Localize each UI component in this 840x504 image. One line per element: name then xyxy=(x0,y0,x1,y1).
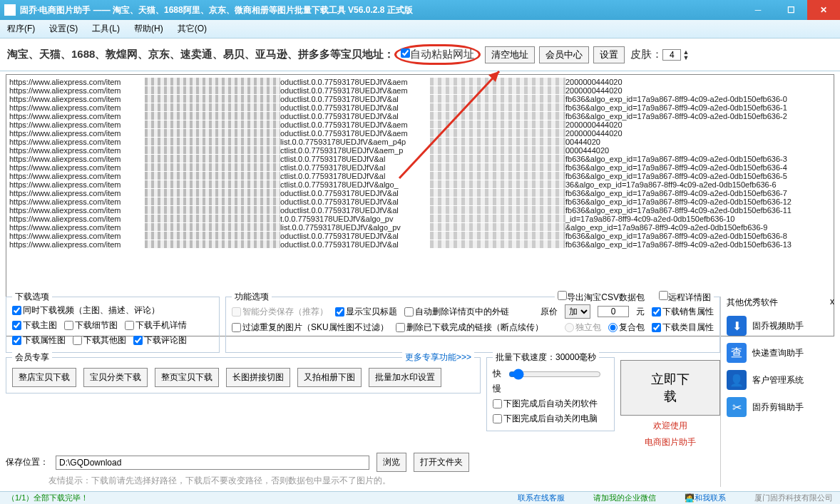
more-vip-link[interactable]: 更多专享功能>>> xyxy=(402,351,474,364)
btn-upyun[interactable]: 又拍相册下图 xyxy=(297,368,362,387)
skin-spinner[interactable]: ▲▼ xyxy=(682,49,689,61)
cb-delbroken[interactable]: 删除已下载完成的链接（断点续传） xyxy=(396,322,543,334)
other-soft-title: 其他优秀软件 xyxy=(727,297,778,309)
cb-comment[interactable]: 下载评论图 xyxy=(133,334,187,346)
clear-address-button[interactable]: 清空地址 xyxy=(485,46,535,63)
menu-settings[interactable]: 设置(S) xyxy=(49,23,78,35)
rb-multi[interactable]: 复合包 xyxy=(608,322,645,334)
speed-label: 批量下载速度：30000毫秒 xyxy=(493,351,599,364)
price-op-select[interactable]: 加 xyxy=(565,304,590,319)
fn-options-title: 功能选项 xyxy=(232,291,272,303)
status-company: 厦门固乔科技有限公司 xyxy=(754,493,833,503)
save-path-input[interactable] xyxy=(56,456,369,470)
cb-cat[interactable]: 下载类目属性 xyxy=(652,322,714,334)
btn-long-image[interactable]: 长图拼接切图 xyxy=(226,368,290,387)
cb-other[interactable]: 下载其他图 xyxy=(73,334,126,346)
cb-autoshut[interactable]: 下图完成后自动关闭电脑 xyxy=(493,413,598,425)
btn-watermark[interactable]: 批量加水印设置 xyxy=(369,368,441,387)
welcome-text: 欢迎使用 xyxy=(653,420,687,432)
download-now-button[interactable]: 立即下载 xyxy=(620,360,720,416)
btn-whole-page[interactable]: 整页宝贝下载 xyxy=(155,368,219,387)
cb-autoclose[interactable]: 下图完成后自动关闭软件 xyxy=(493,398,598,410)
cb-attr[interactable]: 下载属性图 xyxy=(12,334,66,346)
cb-autodel[interactable]: 自动删除详情页中的外链 xyxy=(404,306,509,318)
tip-text: 友情提示：下载前请先选择好路径，下载后不要改变路径，否则数据包中显示不了图片的。 xyxy=(48,475,720,487)
cb-sale[interactable]: 下载销售属性 xyxy=(652,306,714,318)
cb-main[interactable]: 下载主图 xyxy=(12,319,57,331)
minimize-button[interactable]: ─ xyxy=(742,0,774,20)
dl-options-title: 下载选项 xyxy=(12,291,52,303)
scissors-icon: ✂ xyxy=(727,397,747,417)
vip-title: 会员专享 xyxy=(12,351,52,364)
rb-single[interactable]: 独立包 xyxy=(565,322,601,334)
download-icon: ⬇ xyxy=(727,316,747,336)
customer-icon: 👤 xyxy=(727,370,747,390)
open-folder-button[interactable]: 打开文件夹 xyxy=(414,453,469,472)
skin-label: 皮肤： xyxy=(630,48,662,61)
cb-csv[interactable]: 导出淘宝CSV数据包 xyxy=(558,291,645,304)
status-cs-link[interactable]: 联系在线客服 xyxy=(518,493,565,503)
cb-filter[interactable]: 过滤重复的图片（SKU属性图不过滤） xyxy=(232,322,389,334)
status-contact[interactable]: 🧑‍💻和我联系 xyxy=(685,493,726,503)
member-center-button[interactable]: 会员中心 xyxy=(539,46,589,63)
cb-detail[interactable]: 下载细节图 xyxy=(64,319,118,331)
speed-slider[interactable] xyxy=(508,369,601,380)
express-icon: 查 xyxy=(727,343,747,363)
menu-program[interactable]: 程序(F) xyxy=(7,23,35,35)
auto-paste-checkbox[interactable]: 自动粘贴网址 xyxy=(401,48,474,61)
window-title: 固乔·电商图片助手 —— 淘宝、天猫、1688阿里、京东、微商相册等图片批量下载… xyxy=(20,4,413,16)
menu-tools[interactable]: 工具(L) xyxy=(92,23,120,35)
btn-whole-shop[interactable]: 整店宝贝下载 xyxy=(12,368,76,387)
soft-item-3[interactable]: 👤客户管理系统 xyxy=(727,370,834,390)
maximize-button[interactable]: ☐ xyxy=(774,0,807,20)
settings-button[interactable]: 设置 xyxy=(593,46,625,63)
browse-button[interactable]: 浏览 xyxy=(377,453,406,472)
skin-value[interactable] xyxy=(662,49,681,61)
cb-smart[interactable]: 智能分类保存（推荐） xyxy=(232,306,328,318)
appname-text: 电商图片助手 xyxy=(645,436,696,448)
address-label: 淘宝、天猫、1688、敦煌网、京东、速卖通、易贝、亚马逊、拼多多等宝贝地址： xyxy=(7,48,394,61)
app-icon xyxy=(4,4,16,16)
status-wechat-link[interactable]: 请加我的企业微信 xyxy=(593,493,656,503)
price-unit: 元 xyxy=(636,306,645,318)
soft-item-2[interactable]: 查快递查询助手 xyxy=(727,343,834,363)
close-panel-icon[interactable]: x xyxy=(830,297,834,309)
cb-mobile[interactable]: 下载手机详情 xyxy=(125,319,187,331)
price-value[interactable] xyxy=(598,306,629,317)
cb-video[interactable]: 同时下载视频（主图、描述、评论） xyxy=(12,304,160,317)
speed-slow: 慢 xyxy=(493,383,501,395)
soft-item-1[interactable]: ⬇固乔视频助手 xyxy=(727,316,834,336)
save-label: 保存位置： xyxy=(6,456,48,468)
speed-fast: 快 xyxy=(493,368,501,380)
cb-remote[interactable]: 远程详情图 xyxy=(659,291,711,304)
auto-paste-highlight: 自动粘贴网址 xyxy=(394,44,481,65)
cb-showtitle[interactable]: 显示宝贝标题 xyxy=(335,306,397,318)
btn-by-category[interactable]: 宝贝分类下载 xyxy=(83,368,148,387)
close-button[interactable]: ✕ xyxy=(807,0,840,20)
price-label: 原价 xyxy=(541,306,558,318)
menu-help[interactable]: 帮助(H) xyxy=(134,23,163,35)
menu-other[interactable]: 其它(O) xyxy=(178,23,207,35)
soft-item-4[interactable]: ✂固乔剪辑助手 xyxy=(727,397,834,417)
status-progress: （1/1）全部下载完毕！ xyxy=(7,493,88,503)
